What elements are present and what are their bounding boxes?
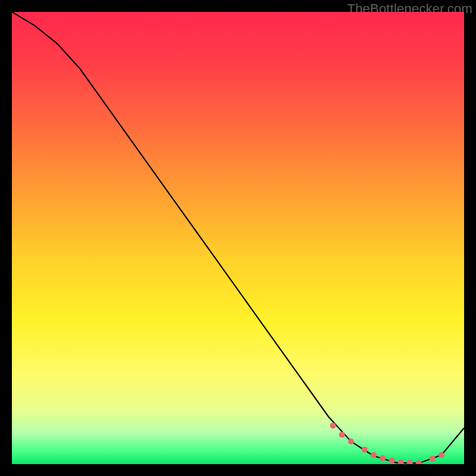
marker-dot [398,459,404,464]
marker-dot [439,452,444,458]
marker-dot [330,422,336,428]
figure-container: TheBottlenecker.com [0,0,476,476]
marker-dot [416,460,422,464]
marker-dot [380,455,386,461]
marker-dot [362,447,368,453]
marker-dot [339,432,345,438]
marker-dot [348,439,354,444]
marker-dot [407,460,413,464]
marker-dot [371,452,377,458]
marker-group [330,422,444,464]
plot-area [12,12,464,464]
marker-dot [430,456,436,462]
main-curve [12,12,464,463]
chart-svg [12,12,464,464]
marker-dot [389,458,394,464]
